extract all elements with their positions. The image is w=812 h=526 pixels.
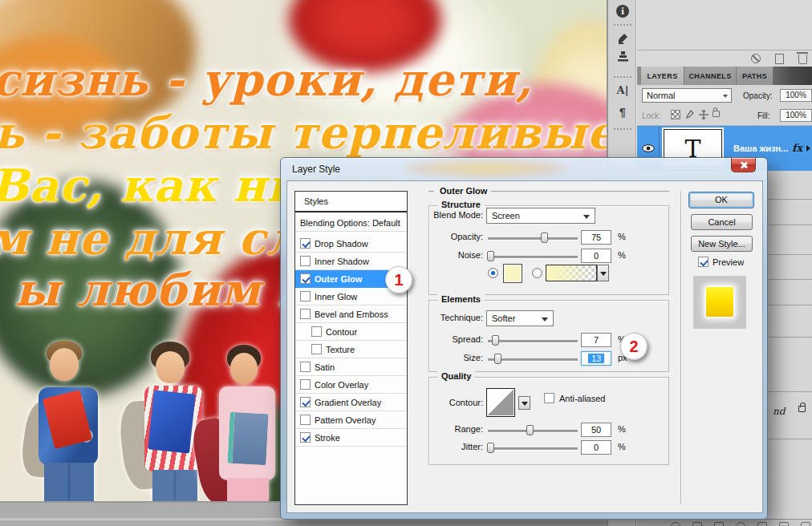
checkbox[interactable] [300,309,311,319]
eye-icon[interactable] [642,144,655,152]
layer-row-divider [769,254,812,255]
brush-presets-icon[interactable] [615,30,631,47]
checkbox[interactable] [300,432,311,443]
checkbox[interactable] [311,326,322,337]
contour-picker-arrow[interactable] [518,396,530,410]
size-input[interactable]: 13 [581,351,611,366]
checkbox[interactable] [300,362,311,372]
jitter-input[interactable]: 0 [581,440,611,455]
clone-source-icon[interactable] [615,48,631,64]
style-item-drop-shadow[interactable]: Drop Shadow [295,235,407,253]
new-item-icon[interactable] [775,54,784,64]
style-item-gradient-overlay[interactable]: Gradient Overlay [295,394,407,411]
tab-channels[interactable]: CHANNELS [684,67,736,85]
layer-mask-icon[interactable] [714,522,724,526]
styles-list-header[interactable]: Styles [295,192,407,212]
checkbox[interactable] [300,397,311,407]
layer-row-divider [769,391,812,392]
style-item-stroke[interactable]: Stroke [295,429,407,447]
trash-icon[interactable] [798,55,807,64]
lock-transparency-icon[interactable] [671,110,680,119]
layer-fill-value[interactable]: 100% [780,109,812,122]
adjustment-icon[interactable] [736,522,745,526]
contour-thumbnail[interactable] [486,388,515,417]
slider-thumb[interactable] [487,251,494,261]
no-symbol-icon[interactable] [751,54,761,63]
size-slider[interactable] [488,358,578,361]
checkbox[interactable] [300,291,311,301]
style-item-inner-shadow[interactable]: Inner Shadow [295,253,407,270]
close-button[interactable] [731,158,756,172]
ok-button[interactable]: OK [688,192,754,208]
checkbox[interactable] [300,415,311,425]
preview-checkbox[interactable] [698,257,708,267]
slider-thumb[interactable] [492,335,499,346]
style-item-pattern-overlay[interactable]: Pattern Overlay [295,411,407,429]
checkbox[interactable] [300,379,311,390]
spread-label: Spread: [395,334,483,344]
tab-paths[interactable]: PATHS [736,67,773,85]
lock-pixels-icon[interactable] [685,110,695,119]
glow-color-swatch[interactable] [503,264,522,283]
child-figure-girl-pink [205,346,289,501]
character-panel-icon[interactable]: A| [615,82,631,98]
noise-slider[interactable] [488,256,578,258]
anti-aliased-checkbox[interactable] [544,393,554,403]
checkbox[interactable] [300,256,311,266]
dialog-titlebar[interactable]: Layer Style [281,158,767,180]
opacity-input[interactable]: 75 [581,230,611,245]
range-input[interactable]: 50 [581,423,611,437]
slider-thumb[interactable] [487,443,494,453]
style-item-satin[interactable]: Satin [295,358,407,376]
paragraph-panel-icon[interactable]: ¶ [615,104,631,120]
glow-gradient-bar[interactable] [546,265,597,281]
layer-opacity-value[interactable]: 100% [780,89,812,102]
slider-thumb[interactable] [526,425,534,435]
girl-jeans [152,470,197,501]
technique-dropdown[interactable]: Softer [486,310,554,326]
gradient-picker-arrow[interactable] [597,265,609,281]
group-icon[interactable] [757,522,767,526]
checkbox[interactable] [311,344,322,354]
style-item-bevel-emboss[interactable]: Bevel and Emboss [295,305,407,323]
noise-input[interactable]: 0 [581,249,611,263]
background-layer-name-fragment[interactable]: nd [773,406,785,417]
checkbox[interactable] [300,273,311,284]
style-item-contour[interactable]: Contour [295,323,407,341]
spread-slider[interactable] [488,340,578,342]
fx-icon[interactable] [692,522,702,526]
spread-input[interactable]: 7 [581,333,611,347]
lock-position-icon[interactable] [699,110,708,119]
new-style-button[interactable]: New Style... [691,236,753,252]
new-layer-icon[interactable] [779,522,789,526]
panel-drag-handle[interactable] [614,128,631,130]
glow-color-radio[interactable] [488,268,498,278]
glow-gradient-radio[interactable] [532,268,542,278]
layer-name[interactable]: Ваша жизн... [733,144,788,153]
tab-layers[interactable]: LAYERS [641,67,684,85]
panel-drag-handle[interactable] [614,76,631,78]
opacity-unit: % [618,232,626,241]
delete-layer-icon[interactable] [801,522,810,526]
blend-mode-select[interactable]: Normal [642,88,732,103]
lock-all-icon[interactable] [713,111,720,117]
style-item-texture[interactable]: Texture [295,341,407,358]
slider-thumb[interactable] [541,233,548,243]
style-item-color-overlay[interactable]: Color Overlay [295,376,407,394]
blend-mode-dropdown[interactable]: Screen [486,208,595,224]
expand-effects-icon[interactable] [806,145,810,152]
range-slider[interactable] [488,430,578,432]
pane-title: Outer Glow [428,186,669,196]
cancel-button[interactable]: Cancel [691,214,753,230]
jitter-label: Jitter: [395,442,483,451]
link-icon[interactable] [671,522,680,526]
checkbox[interactable] [300,238,311,249]
style-item-blending-options[interactable]: Blending Options: Default [295,214,407,232]
panel-tab-bar: LAYERS CHANNELS PATHS [637,67,812,85]
jitter-slider[interactable] [488,447,578,450]
opacity-slider[interactable] [488,237,578,240]
fx-badge[interactable]: fx [792,142,802,154]
panel-drag-handle[interactable] [614,24,631,26]
info-icon[interactable]: i [615,3,631,19]
slider-thumb[interactable] [494,354,501,364]
